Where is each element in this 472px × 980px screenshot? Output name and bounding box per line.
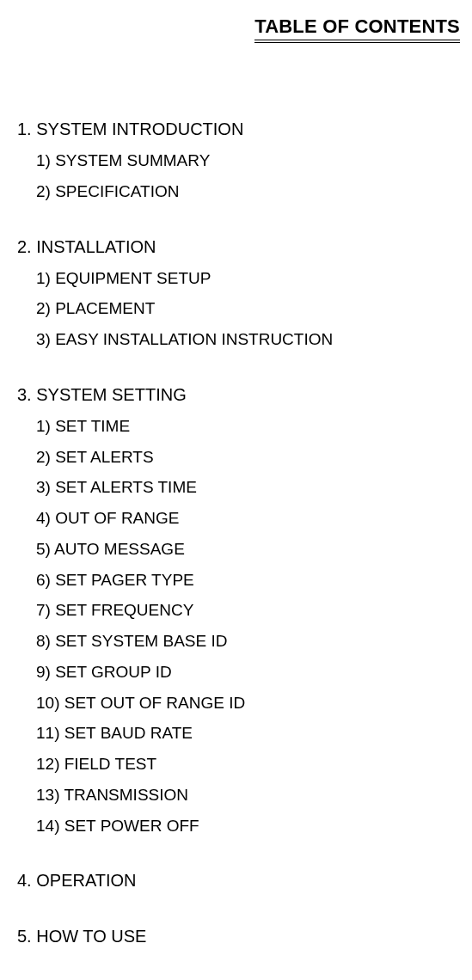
toc-sub-item: 4) OUT OF RANGE	[17, 508, 472, 529]
table-of-contents: 1. SYSTEM INTRODUCTION 1) SYSTEM SUMMARY…	[0, 119, 472, 947]
title-wrap: TABLE OF CONTENTS	[0, 15, 472, 43]
toc-sub-item: 1) SET TIME	[17, 416, 472, 437]
toc-section: 1. SYSTEM INTRODUCTION	[17, 119, 472, 140]
toc-sub-item: 12) FIELD TEST	[17, 754, 472, 775]
toc-sub-item: 13) TRANSMISSION	[17, 785, 472, 805]
page-title: TABLE OF CONTENTS	[254, 15, 460, 43]
toc-sub-item: 2) SPECIFICATION	[17, 181, 472, 202]
toc-sub-item: 2) SET ALERTS	[17, 447, 472, 468]
toc-sub-item: 6) SET PAGER TYPE	[17, 570, 472, 591]
toc-sub-item: 3) SET ALERTS TIME	[17, 477, 472, 498]
toc-sub-item: 3) EASY INSTALLATION INSTRUCTION	[17, 329, 472, 350]
toc-sub-item: 1) EQUIPMENT SETUP	[17, 268, 472, 289]
toc-section: 3. SYSTEM SETTING	[17, 384, 472, 406]
toc-sub-item: 1) SYSTEM SUMMARY	[17, 150, 472, 171]
section-gap	[17, 212, 472, 236]
toc-sub-item: 9) SET GROUP ID	[17, 662, 472, 683]
toc-sub-item: 2) PLACEMENT	[17, 298, 472, 319]
toc-sub-item: 8) SET SYSTEM BASE ID	[17, 631, 472, 652]
toc-section: 2. INSTALLATION	[17, 236, 472, 258]
section-gap	[17, 360, 472, 384]
toc-sub-item: 11) SET BAUD RATE	[17, 723, 472, 744]
section-gap	[17, 846, 472, 870]
toc-sub-item: 7) SET FREQUENCY	[17, 600, 472, 621]
toc-section: 4. OPERATION	[17, 870, 472, 891]
toc-sub-item: 14) SET POWER OFF	[17, 816, 472, 836]
toc-sub-item: 10) SET OUT OF RANGE ID	[17, 693, 472, 714]
toc-section: 5. HOW TO USE	[17, 926, 472, 947]
toc-sub-item: 5) AUTO MESSAGE	[17, 539, 472, 560]
section-gap	[17, 902, 472, 926]
